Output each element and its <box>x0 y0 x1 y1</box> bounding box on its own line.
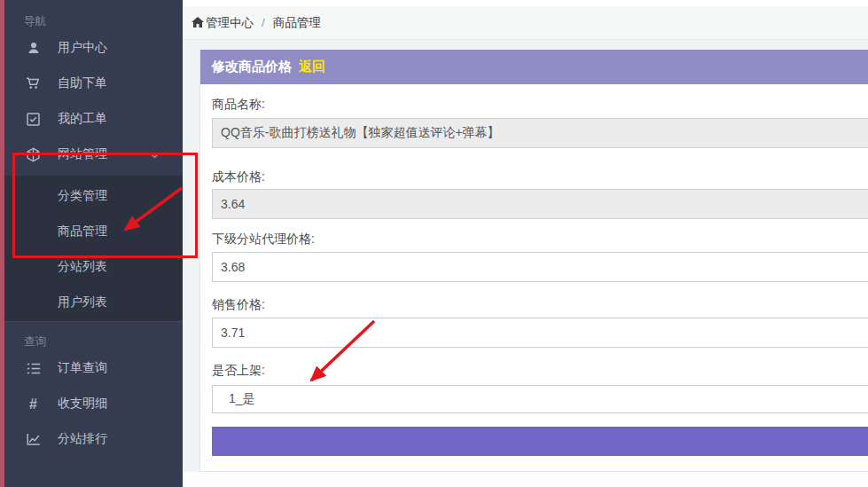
list-icon <box>26 361 41 376</box>
edit-price-panel: 修改商品价格 返回 商品名称: 成本价格: 下级分站代理价格: 销售价格: 是否… <box>199 50 868 472</box>
breadcrumb-home[interactable]: 管理中心 <box>206 15 254 31</box>
sidebar-item-label: 收支明细 <box>58 396 107 412</box>
panel-header: 修改商品价格 返回 <box>200 50 868 84</box>
sidebar-item-label: 订单查询 <box>58 360 107 376</box>
agent-price-field[interactable] <box>212 252 868 282</box>
sidebar-accent-strip <box>0 0 4 487</box>
user-icon <box>26 41 41 56</box>
breadcrumb-current: 商品管理 <box>273 15 321 31</box>
page: 导航 用户中心 自助下单 我的工单 网站管理 <box>0 0 868 487</box>
chevron-down-icon <box>150 147 160 161</box>
cube-icon <box>26 147 41 162</box>
home-icon <box>192 17 204 28</box>
agent-price-label: 下级分站代理价格: <box>212 231 868 247</box>
product-name-field[interactable] <box>212 118 868 148</box>
sidebar-item-label: 分站排行 <box>58 431 107 447</box>
cost-price-field[interactable] <box>212 189 868 219</box>
sidebar-item-user-list[interactable]: 用户列表 <box>0 284 183 319</box>
breadcrumb: 管理中心 / 商品管理 <box>183 6 868 40</box>
cart-icon <box>26 76 41 91</box>
sidebar-item-label: 网站管理 <box>58 146 107 162</box>
content-area: 修改商品价格 返回 商品名称: 成本价格: 下级分站代理价格: 销售价格: 是否… <box>183 40 868 472</box>
sidebar-item-user-center[interactable]: 用户中心 <box>0 30 183 66</box>
main-area: 管理中心 / 商品管理 修改商品价格 返回 商品名称: 成本价格: 下级分站代理… <box>183 0 868 487</box>
sidebar-item-order-query[interactable]: 订单查询 <box>0 350 183 386</box>
sidebar-item-label: 我的工单 <box>58 111 107 127</box>
sale-price-label: 销售价格: <box>212 296 868 312</box>
sidebar-item-substation-ranking[interactable]: 分站排行 <box>0 421 183 457</box>
sidebar-item-my-tickets[interactable]: 我的工单 <box>0 101 183 137</box>
back-link[interactable]: 返回 <box>299 59 325 75</box>
product-name-label: 商品名称: <box>212 96 868 112</box>
panel-body: 商品名称: 成本价格: 下级分站代理价格: 销售价格: 是否上架: 1_是 <box>200 96 868 456</box>
sidebar-item-product-management[interactable]: 商品管理 <box>0 213 183 248</box>
sale-price-field[interactable] <box>212 318 868 348</box>
panel-title: 修改商品价格 <box>212 59 292 75</box>
sidebar-item-label: 自助下单 <box>58 75 107 91</box>
hash-icon: # <box>26 397 41 412</box>
sidebar: 导航 用户中心 自助下单 我的工单 网站管理 <box>0 0 183 487</box>
sidebar-item-self-order[interactable]: 自助下单 <box>0 66 183 101</box>
sidebar-section-query: 查询 <box>24 333 183 350</box>
breadcrumb-separator: / <box>262 16 265 29</box>
submit-button[interactable] <box>212 427 868 456</box>
page-bottom <box>183 472 868 487</box>
sidebar-item-income-detail[interactable]: # 收支明细 <box>0 386 183 421</box>
top-strip <box>183 0 868 6</box>
listing-status-select[interactable]: 1_是 <box>212 385 868 413</box>
sidebar-item-label: 用户中心 <box>58 40 107 56</box>
listing-status-label: 是否上架: <box>212 362 868 378</box>
sidebar-item-site-management[interactable]: 网站管理 <box>0 137 183 172</box>
sidebar-item-substation-list[interactable]: 分站列表 <box>0 248 183 284</box>
chart-line-icon <box>26 432 41 447</box>
cost-price-label: 成本价格: <box>212 169 868 185</box>
sidebar-query-section: 查询 订单查询 # 收支明细 分站排行 <box>0 321 183 457</box>
sidebar-section-nav: 导航 <box>24 12 183 30</box>
ticket-check-icon <box>26 112 41 127</box>
sidebar-submenu: 分类管理 商品管理 分站列表 用户列表 <box>0 176 183 321</box>
sidebar-item-category-management[interactable]: 分类管理 <box>0 177 183 213</box>
